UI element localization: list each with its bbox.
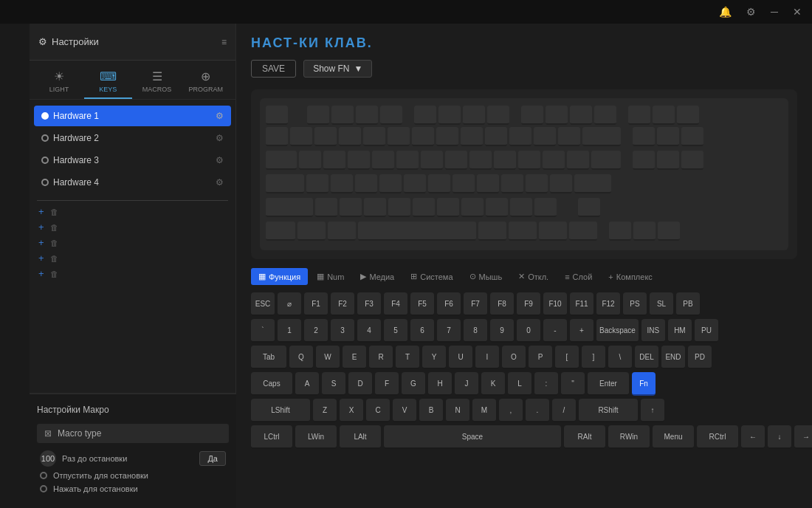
key-g[interactable]: G (402, 372, 425, 396)
profile-item-hw3[interactable]: Hardware 3 ⚙ (34, 150, 231, 171)
add-icon-2[interactable]: + (38, 222, 44, 233)
key-rshift[interactable]: RShift (579, 399, 638, 422)
tab-light[interactable]: ☀ LIGHT (35, 65, 83, 99)
key-4[interactable]: 4 (357, 319, 381, 343)
key-2[interactable]: 2 (304, 319, 328, 343)
key-lbracket[interactable]: [ (555, 346, 579, 369)
key-f9[interactable]: F9 (517, 292, 540, 316)
key-q[interactable]: Q (289, 346, 313, 369)
bell-icon[interactable]: 🔔 (715, 3, 736, 21)
key-ralt[interactable]: RAlt (564, 425, 605, 449)
tab-layer[interactable]: ≡ Слой (557, 269, 599, 285)
key-sl[interactable]: SL (650, 292, 673, 316)
key-f4[interactable]: F4 (384, 292, 407, 316)
key-i[interactable]: I (475, 346, 499, 369)
key-j[interactable]: J (455, 372, 478, 396)
key-rctrl[interactable]: RCtrl (697, 425, 738, 449)
key-backtick[interactable]: ` (251, 319, 275, 343)
key-lalt[interactable]: LAlt (340, 425, 381, 449)
key-l[interactable]: L (508, 372, 531, 396)
tab-off[interactable]: ✕ Откл. (511, 268, 556, 285)
sidebar-menu-icon[interactable]: ≡ (221, 37, 227, 47)
tab-mouse[interactable]: ⊙ Мышь (462, 268, 510, 285)
key-caps[interactable]: Caps (251, 372, 292, 396)
key-ps[interactable]: PS (623, 292, 647, 316)
tab-num[interactable]: ▦ Num (309, 268, 351, 285)
key-k[interactable]: K (481, 372, 505, 396)
key-esc[interactable]: ESC (251, 292, 275, 316)
key-f11[interactable]: F11 (570, 292, 593, 316)
key-h[interactable]: H (428, 372, 452, 396)
profile-gear-hw2[interactable]: ⚙ (216, 133, 224, 143)
key-comma[interactable]: , (499, 399, 523, 422)
key-slash[interactable]: / (552, 399, 576, 422)
key-f7[interactable]: F7 (464, 292, 487, 316)
trash-icon-2[interactable]: 🗑 (50, 223, 58, 232)
profile-gear-hw1[interactable]: ⚙ (216, 111, 224, 121)
key-backslash[interactable]: \ (608, 346, 632, 369)
key-3[interactable]: 3 (331, 319, 354, 343)
add-icon-1[interactable]: + (38, 206, 44, 217)
save-button[interactable]: SAVE (251, 60, 296, 78)
trash-icon-5[interactable]: 🗑 (50, 270, 58, 278)
tab-complex[interactable]: + Комплекс (601, 269, 659, 285)
key-empty[interactable]: ⌀ (278, 292, 301, 316)
key-menu[interactable]: Menu (653, 425, 694, 449)
tab-function[interactable]: ▦ Функция (251, 268, 308, 285)
key-end[interactable]: END (661, 346, 685, 369)
key-m[interactable]: M (472, 399, 496, 422)
key-f2[interactable]: F2 (331, 292, 354, 316)
key-6[interactable]: 6 (410, 319, 434, 343)
minimize-icon[interactable]: ─ (766, 3, 782, 21)
tab-system[interactable]: ⊞ Система (403, 268, 460, 285)
key-right[interactable]: → (794, 425, 812, 449)
key-x[interactable]: X (340, 399, 363, 422)
trash-icon-3[interactable]: 🗑 (50, 238, 58, 247)
key-f3[interactable]: F3 (357, 292, 381, 316)
key-p[interactable]: P (529, 346, 552, 369)
key-lctrl[interactable]: LCtrl (251, 425, 292, 449)
radio-3[interactable] (40, 485, 47, 492)
key-o[interactable]: O (502, 346, 526, 369)
profile-item-hw4[interactable]: Hardware 4 ⚙ (34, 172, 231, 193)
profile-gear-hw3[interactable]: ⚙ (216, 155, 224, 165)
key-c[interactable]: C (366, 399, 390, 422)
key-rbracket[interactable]: ] (582, 346, 605, 369)
key-u[interactable]: U (449, 346, 472, 369)
trash-icon-1[interactable]: 🗑 (50, 207, 58, 216)
key-pb[interactable]: PB (676, 292, 700, 316)
key-quote[interactable]: " (561, 372, 585, 396)
key-f12[interactable]: F12 (596, 292, 620, 316)
key-5[interactable]: 5 (384, 319, 407, 343)
key-backspace[interactable]: Backspace (596, 319, 639, 343)
key-up[interactable]: ↑ (641, 399, 664, 422)
key-left[interactable]: ← (741, 425, 765, 449)
settings-icon[interactable]: ⚙ (742, 3, 760, 21)
key-space[interactable]: Space (384, 425, 561, 449)
key-v[interactable]: V (393, 399, 416, 422)
trash-icon-4[interactable]: 🗑 (50, 254, 58, 263)
key-s[interactable]: S (322, 372, 345, 396)
key-enter[interactable]: Enter (588, 372, 629, 396)
key-f6[interactable]: F6 (437, 292, 461, 316)
tab-keys[interactable]: ⌨ KEYS (84, 65, 131, 99)
key-pu[interactable]: PU (695, 319, 718, 343)
key-1[interactable]: 1 (278, 319, 301, 343)
profile-item-hw2[interactable]: Hardware 2 ⚙ (34, 128, 231, 148)
key-semicolon[interactable]: : (534, 372, 558, 396)
da-button[interactable]: Да (199, 451, 226, 466)
radio-2[interactable] (40, 472, 47, 479)
tab-macros[interactable]: ☰ MACROS (134, 65, 181, 99)
key-z[interactable]: Z (313, 399, 337, 422)
showfn-button[interactable]: Show FN ▼ (303, 60, 372, 78)
key-e[interactable]: E (343, 346, 366, 369)
key-del[interactable]: DEL (635, 346, 658, 369)
key-lshift[interactable]: LShift (251, 399, 310, 422)
add-icon-5[interactable]: + (38, 268, 44, 279)
key-lwin[interactable]: LWin (295, 425, 337, 449)
key-9[interactable]: 9 (490, 319, 514, 343)
key-tab[interactable]: Tab (251, 346, 286, 369)
key-plus[interactable]: + (570, 319, 593, 343)
stop-option-2[interactable]: Отпустить для остановки (40, 471, 226, 480)
key-pd[interactable]: PD (688, 346, 712, 369)
